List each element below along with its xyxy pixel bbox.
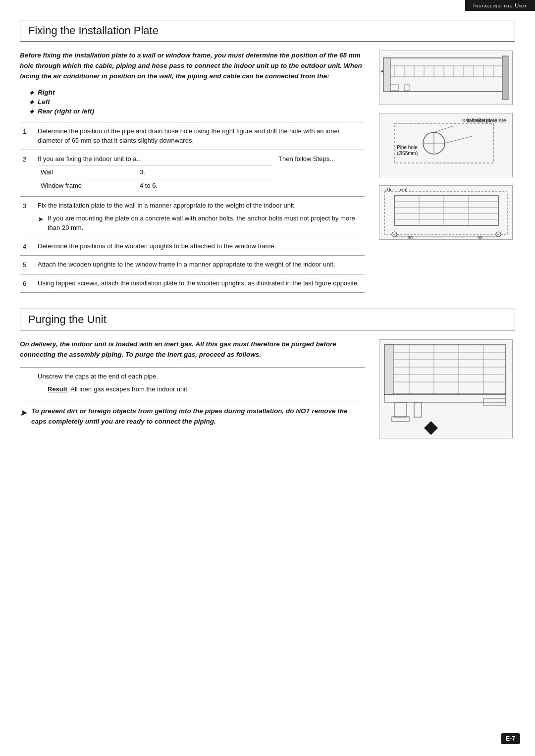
- purging-left: On delivery, the indoor unit is loaded w…: [20, 339, 365, 438]
- table-row: 6 Using tapped screws, attach the instal…: [20, 274, 365, 293]
- fixing-right-col: Installation plate Pipe: [376, 51, 515, 293]
- diagram-top: [379, 51, 513, 105]
- svg-rect-55: [394, 402, 407, 417]
- purging-step-content: Unscrew the caps at the end of each pipe…: [34, 368, 365, 401]
- purging-section-title: Purging the Unit: [20, 309, 515, 330]
- step-num-2: 2: [20, 150, 34, 197]
- svg-rect-18: [383, 58, 390, 92]
- fixing-section-title: Fixing the Installation Plate: [20, 20, 515, 42]
- svg-text:(Unit : mm): (Unit : mm): [385, 187, 408, 192]
- step-content-5: Attach the wooden uprights to the window…: [34, 256, 365, 274]
- step-num-4: 4: [20, 237, 34, 256]
- svg-rect-29: [394, 196, 498, 225]
- svg-text:Installation plate: Installation plate: [461, 118, 497, 123]
- table-row: 2 If you are fixing the indoor unit to a…: [20, 150, 365, 197]
- purging-step-text: Unscrew the caps at the end of each pipe…: [38, 373, 158, 380]
- bullet-rear: Rear (right or left): [30, 108, 365, 115]
- arrow-note-3: ➤ If you are mounting the plate on a con…: [38, 214, 362, 233]
- purging-diagram: [379, 339, 513, 438]
- svg-marker-58: [424, 421, 438, 435]
- result-label: Result: [48, 385, 67, 393]
- purging-two-col: On delivery, the indoor unit is loaded w…: [20, 339, 515, 438]
- svg-rect-0: [383, 58, 502, 92]
- step-content-2a: If you are fixing the indoor unit to a..…: [34, 150, 275, 197]
- bullet-left: Left: [30, 98, 365, 106]
- svg-line-23: [445, 136, 474, 143]
- purging-intro: On delivery, the indoor unit is loaded w…: [20, 339, 365, 360]
- page-content: Fixing the Installation Plate Before fix…: [0, 0, 535, 458]
- warning-block: ➤ To prevent dirt or foreign objects fro…: [20, 406, 365, 427]
- step-num-3: 3: [20, 197, 34, 237]
- svg-text:Pipe hole: Pipe hole: [397, 145, 418, 150]
- svg-rect-59: [384, 345, 393, 394]
- svg-rect-56: [414, 402, 422, 417]
- fixing-section: Fixing the Installation Plate Before fix…: [20, 20, 515, 293]
- arrow-icon: ➤: [38, 214, 44, 224]
- sub-col1-window: Window frame: [38, 179, 137, 192]
- warning-arrow-icon: ➤: [20, 407, 26, 427]
- bullet-list: Right Left Rear (right or left): [30, 89, 365, 115]
- sub-col1-wall: Wall: [38, 166, 137, 179]
- step-num-1: 1: [20, 122, 34, 150]
- diagram-bot-svg: 90 90 (Unit : mm): [379, 186, 512, 239]
- svg-rect-14: [502, 56, 508, 100]
- diagram-mid-svg: Pipe hole (Ø65mm) Installation plate: [379, 113, 512, 177]
- step-num-5: 5: [20, 256, 34, 274]
- purging-right: [376, 339, 515, 438]
- sub-col2-wall: 3.: [137, 166, 272, 179]
- step-content-2b: Then follow Steps...: [275, 150, 365, 197]
- arrow-note-text: If you are mounting the plate on a concr…: [48, 214, 362, 233]
- header-bar: Installing the Unit: [465, 0, 535, 11]
- purging-section: Purging the Unit On delivery, the indoor…: [20, 309, 515, 438]
- svg-text:(Ø65mm): (Ø65mm): [397, 151, 418, 156]
- diagram-bot: 90 90 (Unit : mm): [379, 185, 513, 240]
- table-row: 5 Attach the wooden uprights to the wind…: [20, 256, 365, 274]
- sub-col2-window: 4 to 6.: [137, 179, 272, 192]
- step-content-4: Determine the positions of the wooden up…: [34, 237, 365, 256]
- bullet-right: Right: [30, 89, 365, 96]
- fixing-intro: Before fixing the installation plate to …: [20, 51, 365, 82]
- steps-table: 1 Determine the position of the pipe and…: [20, 122, 365, 293]
- sub-table: Wall 3. Window frame 4 to 6.: [38, 165, 272, 192]
- svg-rect-17: [404, 85, 409, 91]
- table-row: 1 Determine the position of the pipe and…: [20, 122, 365, 150]
- svg-text:90: 90: [408, 235, 413, 239]
- fixing-two-col: Before fixing the installation plate to …: [20, 51, 515, 293]
- purging-steps-table: Unscrew the caps at the end of each pipe…: [20, 367, 365, 401]
- purging-diagram-svg: [379, 340, 512, 438]
- page-number: E-7: [501, 733, 520, 744]
- result-line: Result All inert gas escapes from the in…: [48, 384, 362, 394]
- warning-text: To prevent dirt or foreign objects from …: [31, 406, 365, 427]
- sub-row-wall: Wall 3.: [38, 166, 272, 179]
- svg-rect-16: [389, 85, 398, 91]
- step-content-3: Fix the installation plate to the wall i…: [34, 197, 365, 237]
- diagram-mid: Installation plate Pipe: [379, 113, 513, 177]
- result-text: All inert gas escapes from the indoor un…: [70, 385, 189, 393]
- step-content-6: Using tapped screws, attach the installa…: [34, 274, 365, 293]
- table-row: Unscrew the caps at the end of each pipe…: [20, 368, 365, 401]
- table-row: 4 Determine the positions of the wooden …: [20, 237, 365, 256]
- table-row: 3 Fix the installation plate to the wall…: [20, 197, 365, 237]
- diagram-top-svg: [379, 51, 512, 105]
- svg-line-24: [434, 126, 454, 132]
- step-content-1: Determine the position of the pipe and d…: [34, 122, 365, 150]
- sub-row-window: Window frame 4 to 6.: [38, 179, 272, 192]
- fixing-left-col: Before fixing the installation plate to …: [20, 51, 365, 293]
- purging-step-num: [20, 368, 34, 401]
- svg-text:90: 90: [478, 235, 482, 239]
- svg-rect-28: [384, 192, 507, 234]
- step-num-6: 6: [20, 274, 34, 293]
